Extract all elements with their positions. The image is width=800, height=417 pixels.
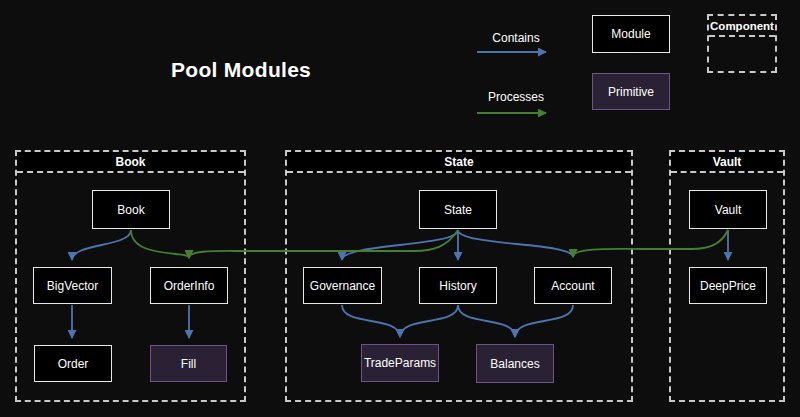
- legend-contains-label: Contains: [477, 31, 555, 45]
- node-deepprice: DeepPrice: [689, 267, 767, 304]
- container-vault-title: Vault: [671, 152, 783, 173]
- node-balances: Balances: [476, 344, 554, 383]
- legend-component-label: Component: [709, 16, 775, 37]
- container-state-title: State: [287, 152, 631, 173]
- legend-primitive-box: Primitive: [592, 73, 670, 110]
- node-vault-node: Vault: [689, 190, 767, 229]
- node-history: History: [419, 267, 497, 304]
- node-account: Account: [534, 267, 612, 304]
- node-tradeparams: TradeParams: [361, 344, 439, 382]
- node-fill: Fill: [150, 345, 227, 382]
- node-book-node: Book: [92, 190, 170, 229]
- container-book-title: Book: [17, 152, 244, 173]
- node-state-node: State: [419, 190, 497, 229]
- legend-primitive-label: Primitive: [608, 85, 654, 99]
- node-order: Order: [34, 345, 112, 382]
- legend-module-box: Module: [592, 15, 670, 53]
- legend-processes-label: Processes: [477, 90, 555, 104]
- legend-component-box: Component: [707, 14, 777, 73]
- node-bigvector: BigVector: [33, 267, 112, 304]
- node-governance: Governance: [303, 267, 382, 304]
- diagram-canvas: Pool Modules Contains Processes Module P…: [0, 0, 800, 417]
- node-orderinfo: OrderInfo: [150, 267, 228, 304]
- legend-module-label: Module: [611, 27, 650, 41]
- page-title: Pool Modules: [171, 58, 311, 82]
